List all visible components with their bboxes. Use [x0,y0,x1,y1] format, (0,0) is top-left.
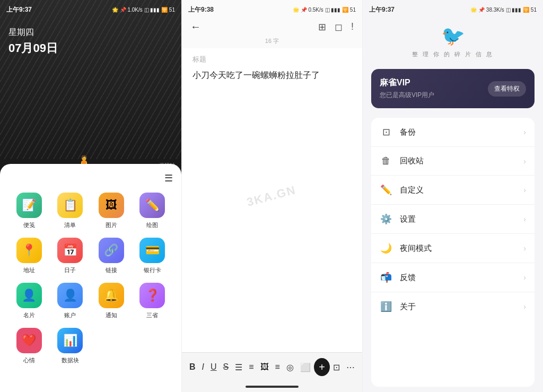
home-indicator [182,381,362,392]
menu-arrow-night: › [523,244,526,252]
grid-item-xingqing[interactable]: ❤️ 心情 [8,328,50,364]
char-count: 16 字 [182,37,362,48]
menu-item-about[interactable]: ℹ️ 关于 › [371,292,535,321]
grid-item-yinhang[interactable]: 💳 银行卡 [132,238,173,274]
panel2-time: 上午9:38 [188,5,214,14]
back-button[interactable]: ← [190,21,201,33]
grid-label-shujukuai: 数据块 [62,356,79,364]
grid-icon-yinhang: 💳 [139,238,165,263]
format-bar: B I U S ☰ ≡ 🖼 ≡ ◎ ⬜ + ⊡ ⋯ [182,352,362,381]
bold-button[interactable]: B [186,360,199,374]
menu-label-about: 关于 [400,302,416,312]
menu-icon-night: 🌙 [380,242,392,254]
panel-editor: 上午9:38 🌟 📌 0.5K/s ◫ ▮▮▮ 🛜 51 ← ⊞ ◻ ! 16 … [181,0,363,392]
grid-item-mingpian[interactable]: 👤 名片 [8,283,50,319]
grid-item-bianjian[interactable]: 📝 便笺 [8,193,50,229]
menu-arrow-custom: › [523,186,526,194]
strikethrough-button[interactable]: S [220,360,232,374]
align-button[interactable]: ≡ [272,360,283,374]
panel2-toolbar: ← ⊞ ◻ ! [182,16,362,37]
settings-menu: ⊡ 备份 › 🗑 回收站 › ✏️ 自定义 › ⚙️ 设置 › 🌙 夜间模式 ›… [371,118,535,387]
grid-label-mingpian: 名片 [23,311,35,319]
grid-label-huitu: 绘图 [146,221,158,229]
unordered-list-button[interactable]: ≡ [246,360,257,374]
view-icon[interactable]: ⊞ [318,21,326,33]
menu-item-custom[interactable]: ✏️ 自定义 › [371,176,535,205]
app-slogan: 整 理 你 的 碎 片 信 息 [412,50,494,58]
panel1-weekday: 星期四 [8,27,173,38]
attach-button[interactable]: ⊡ [330,360,343,374]
frame-button[interactable]: ⬜ [297,360,314,374]
menu-arrow-backup: › [523,128,526,136]
editor-content[interactable]: 标题 小刀今天吃了一碗螺蛳粉拉肚子了 [182,48,362,352]
menu-arrow-trash: › [523,157,526,165]
underline-button[interactable]: U [207,360,220,374]
grid-item-dizhi[interactable]: 📍 地址 [8,238,50,274]
grid-icon-bianjian: 📝 [16,193,42,218]
grid-item-rizi[interactable]: 📅 日子 [50,238,91,274]
grid-icon-zhanghao: 👤 [57,283,83,308]
grid-item-zhanghao[interactable]: 👤 账户 [50,283,91,319]
menu-icon-settings: ⚙️ [380,213,392,225]
menu-icon-custom: ✏️ [380,184,392,196]
italic-button[interactable]: I [199,360,207,374]
grid-label-lianjie: 链接 [106,266,117,274]
grid-item-sansheng[interactable]: ❓ 三省 [132,283,173,319]
menu-item-backup[interactable]: ⊡ 备份 › [371,118,535,147]
menu-label-night: 夜间模式 [400,243,432,254]
more-format-button[interactable]: ⋯ [343,360,358,374]
grid-icon-dizhi: 📍 [16,238,42,263]
grid-item-tupian[interactable]: 🖼 图片 [91,193,132,229]
image-button[interactable]: 🖼 [257,360,272,374]
add-button[interactable]: + [314,358,330,376]
grid-label-tupian: 图片 [106,221,117,229]
menu-item-trash[interactable]: 🗑 回收站 › [371,147,535,176]
menu-label-backup: 备份 [400,127,416,137]
logo-area: 🐦 整 理 你 的 碎 片 信 息 [363,16,543,65]
menu-icon-about: ℹ️ [380,301,392,312]
menu-arrow-about: › [523,302,526,311]
menu-item-feedback[interactable]: 📬 反馈 › [371,263,535,292]
grid-label-xingqing: 心情 [23,356,35,364]
menu-item-settings[interactable]: ⚙️ 设置 › [371,205,535,234]
target-button[interactable]: ◎ [283,360,297,374]
grid-item-tongzhi[interactable]: 🔔 通知 [91,283,132,319]
grid-icon-shujukuai: 📊 [57,328,83,353]
grid-label-bianjian: 便笺 [23,221,35,229]
panel-menu: 上午9:37 🌟 📌 38.3K/s ◫ ▮▮▮ 🛜 51 🐦 整 理 你 的 … [363,0,543,392]
vip-card[interactable]: 麻雀VIP 您已是高级VIP用户 查看特权 [371,69,535,108]
panel1-date-area: 星期四 07月09日 [0,16,181,60]
grid-label-zhanghao: 账户 [64,311,76,319]
grid-item-lianjie[interactable]: 🔗 链接 [91,238,132,274]
panel1-time: 上午9:37 [6,5,32,14]
more-icon[interactable]: ! [351,21,354,32]
vip-privilege-button[interactable]: 查看特权 [488,81,526,97]
grid-label-tongzhi: 通知 [106,311,117,319]
grid-item-qingdan[interactable]: 📋 清单 [50,193,91,229]
grid-item-shujukuai[interactable]: 📊 数据块 [50,328,91,364]
grid-label-rizi: 日子 [64,266,76,274]
title-label: 标题 [192,55,352,64]
panel3-status-icons: 🌟 📌 38.3K/s ◫ ▮▮▮ 🛜 51 [470,7,537,13]
panel1-date: 07月09日 [8,40,173,56]
grid-item-huitu[interactable]: ✏️ 绘图 [132,193,173,229]
vip-subtitle: 您已是高级VIP用户 [380,91,434,100]
panel2-status-icons: 🌟 📌 0.5K/s ◫ ▮▮▮ 🛜 51 [293,7,356,13]
panel1-status-icons: 🌟 📌 1.0K/s ◫ ▮▮▮ 🛜 51 [112,7,175,13]
panel1-app-grid: 📝 便笺 📋 清单 🖼 图片 ✏️ 绘图 📍 地址 📅 日子 🔗 链接 💳 银行… [8,193,173,364]
menu-item-night[interactable]: 🌙 夜间模式 › [371,234,535,263]
ordered-list-button[interactable]: ☰ [232,360,246,374]
panel1-sheet-header: ☰ [8,172,173,184]
grid-icon-tongzhi: 🔔 [99,283,124,308]
export-icon[interactable]: ◻ [335,21,343,33]
grid-icon-mingpian: 👤 [16,283,42,308]
sheet-menu-icon[interactable]: ☰ [164,172,173,184]
panel2-toolbar-left: ← [190,21,201,33]
grid-icon-lianjie: 🔗 [99,238,124,263]
menu-icon-feedback: 📬 [380,272,392,283]
home-bar [246,386,299,388]
note-text[interactable]: 小刀今天吃了一碗螺蛳粉拉肚子了 [192,68,352,82]
panel1-sheet: ☰ 📝 便笺 📋 清单 🖼 图片 ✏️ 绘图 📍 地址 📅 日子 🔗 链接 💳 … [0,164,181,392]
menu-label-trash: 回收站 [400,156,424,166]
app-logo: 🐦 [441,25,465,47]
